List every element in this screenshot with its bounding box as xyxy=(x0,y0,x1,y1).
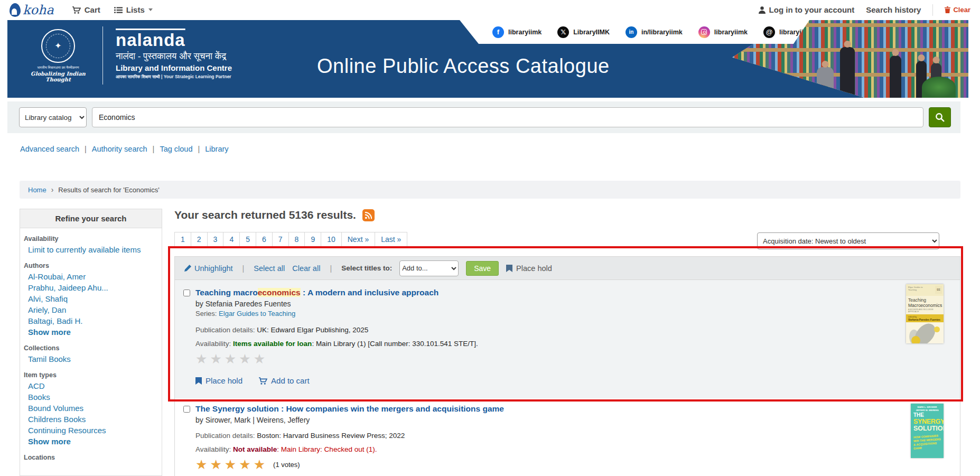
facebook-handle: libraryiimk xyxy=(508,29,542,36)
clear-search-history-button[interactable]: Clear xyxy=(945,6,970,14)
page-link-8[interactable]: 8 xyxy=(288,232,305,247)
page-link-6[interactable]: 6 xyxy=(256,232,273,247)
page-last-link[interactable]: Last » xyxy=(375,232,407,247)
add-to-cart-label: Add to cart xyxy=(271,376,310,385)
place-hold-button[interactable]: Place hold xyxy=(195,376,242,385)
availability-status: Items available for loan xyxy=(233,340,312,348)
facet-link-itemtype[interactable]: ACD xyxy=(28,380,162,391)
photo-person xyxy=(817,67,834,98)
itemtypes-show-more-link[interactable]: Show more xyxy=(28,436,162,447)
cart-button[interactable]: Cart xyxy=(72,5,100,14)
page-link-1[interactable]: 1 xyxy=(174,232,191,247)
library-link[interactable]: Library xyxy=(205,145,228,153)
authority-search-link[interactable]: Authority search xyxy=(92,145,147,153)
star-rating[interactable]: ★★★★★(1 votes) xyxy=(195,458,897,472)
authors-show-more-link[interactable]: Show more xyxy=(28,326,162,338)
iimk-emblem-icon: ✦ xyxy=(41,29,75,63)
facet-link-itemtype[interactable]: Childrens Books xyxy=(28,414,162,425)
add-to-cart-button[interactable]: Add to cart xyxy=(258,376,310,385)
series-link[interactable]: Elgar Guides to Teaching xyxy=(219,310,295,318)
result-checkbox[interactable] xyxy=(183,290,190,296)
result-title-link[interactable]: The Synergy solution : How companies win… xyxy=(195,404,897,414)
star-rating[interactable]: ★★★★★ xyxy=(195,352,897,366)
facet-link-author[interactable]: Prabhu, Jaideep Ahu... xyxy=(28,282,162,293)
search-history-link[interactable]: Search history xyxy=(866,5,921,14)
save-button[interactable]: Save xyxy=(466,261,499,276)
facet-heading-locations: Locations xyxy=(24,454,157,461)
sort-select[interactable]: Acquisition date: Newest to oldest xyxy=(757,232,939,249)
cover-title-line: SYNERGY xyxy=(913,418,941,425)
page-link-5[interactable]: 5 xyxy=(239,232,256,247)
search-submit-button[interactable] xyxy=(929,107,951,127)
threads-icon: @ xyxy=(763,26,775,38)
instagram-link[interactable]: libraryiimk xyxy=(698,26,748,38)
select-all-button[interactable]: Select all xyxy=(254,264,285,273)
clear-all-button[interactable]: Clear all xyxy=(292,264,320,273)
facebook-link[interactable]: f libraryiimk xyxy=(492,26,542,38)
search-results-area: Your search returned 5136 results. 1 2 3… xyxy=(174,209,960,476)
facet-link-itemtype[interactable]: Continuing Resources xyxy=(28,425,162,436)
breadcrumb-home-link[interactable]: Home xyxy=(28,186,46,194)
koha-logo-icon xyxy=(10,3,21,17)
facet-link-author[interactable]: Al-Roubai, Amer xyxy=(28,271,162,282)
page-link-2[interactable]: 2 xyxy=(191,232,208,247)
linkedin-link[interactable]: in in/libraryiimk xyxy=(626,26,683,38)
facet-link-availability[interactable]: Limit to currently available items xyxy=(28,244,162,255)
library-name-hindi: नालंदा - पुस्तकालय और सूचना केंद्र xyxy=(116,51,232,62)
facet-link-collection[interactable]: Tamil Books xyxy=(28,353,162,365)
facet-link-author[interactable]: Baltagi, Badi H. xyxy=(28,315,162,326)
add-to-select[interactable]: Add to... xyxy=(399,260,459,276)
search-nav-links: Advanced search|Authority search|Tag clo… xyxy=(20,145,229,153)
bookmark-icon xyxy=(195,377,202,385)
page-link-10[interactable]: 10 xyxy=(321,232,342,247)
facet-link-author[interactable]: Alvi, Shafiq xyxy=(28,293,162,304)
book-cover-thumbnail[interactable]: Elgar Guides to Teaching EE Teaching Mac… xyxy=(906,284,944,343)
result-authors: by Sirower, Mark | Weirens, Jeffery xyxy=(195,416,897,424)
x-link[interactable]: 𝕏 LibraryIIMK xyxy=(557,26,610,38)
topbar-right: Log in to your account Search history Cl… xyxy=(759,4,970,16)
facet-link-author[interactable]: Ariely, Dan xyxy=(28,304,162,315)
top-navigation-bar: koha Cart Lists Log in to your account S… xyxy=(0,0,980,20)
search-term-highlight: economics xyxy=(258,288,301,297)
koha-logo[interactable]: koha xyxy=(10,3,54,17)
advanced-search-link[interactable]: Advanced search xyxy=(20,145,79,153)
cover-author: Stefania Paredes Fuentes xyxy=(908,318,941,321)
toolbar-separator: | xyxy=(330,264,332,273)
photo-person xyxy=(890,55,901,98)
login-link[interactable]: Log in to your account xyxy=(759,5,855,14)
unhighlight-button[interactable]: Unhighlight xyxy=(184,264,233,273)
book-cover-thumbnail[interactable]: MARK L. SIROWER JEFFERY M. WEIRENS THE S… xyxy=(911,404,944,458)
search-input[interactable] xyxy=(92,107,923,127)
facet-link-itemtype[interactable]: Books xyxy=(28,391,162,403)
result-checkbox[interactable] xyxy=(183,406,190,413)
search-history-label: Search history xyxy=(866,5,921,14)
breadcrumb-current: Results of search for 'Economics' xyxy=(58,186,159,194)
toolbar-place-hold-button[interactable]: Place hold xyxy=(506,264,552,273)
library-subtitle: Library and Information Centre xyxy=(116,63,232,72)
result-title-link[interactable]: Teaching macroeconomics : A modern and i… xyxy=(195,287,897,298)
rss-feed-icon[interactable] xyxy=(362,209,375,221)
page-link-7[interactable]: 7 xyxy=(272,232,289,247)
cover-subtitle: A MODERN AND INCLUSIVE APPROACH xyxy=(908,309,941,313)
page-link-4[interactable]: 4 xyxy=(223,232,240,247)
selection-toolbar: Unhighlight | Select all Clear all | Sel… xyxy=(175,257,960,280)
lists-button[interactable]: Lists xyxy=(114,5,153,14)
facet-link-itemtype[interactable]: Bound Volumes xyxy=(28,403,162,414)
toolbar-separator: | xyxy=(242,264,245,273)
breadcrumb-chevron-icon: › xyxy=(51,185,54,194)
library-banner: ✦ भारतीय विचारधारा का वैश्वीकरण Globaliz… xyxy=(7,20,968,98)
result-authors: by Stefania Paredes Fuentes xyxy=(195,300,897,308)
result-body: Teaching macroeconomics : A modern and i… xyxy=(195,287,897,391)
publication-label: Publication details: xyxy=(195,326,255,334)
cover-title-line: SOLUTION xyxy=(913,425,941,432)
search-scope-select[interactable]: Library catalog xyxy=(19,107,87,127)
catalog-search-bar: Library catalog xyxy=(7,101,960,133)
facet-heading-authors: Authors xyxy=(24,262,157,269)
topbar-divider xyxy=(932,4,933,16)
facet-heading-itemtypes: Item types xyxy=(24,371,157,379)
author-names: Sirower, Mark | Weirens, Jeffery xyxy=(206,416,310,424)
page-next-link[interactable]: Next » xyxy=(341,232,375,247)
page-link-9[interactable]: 9 xyxy=(304,232,321,247)
tag-cloud-link[interactable]: Tag cloud xyxy=(160,145,192,153)
page-link-3[interactable]: 3 xyxy=(207,232,224,247)
